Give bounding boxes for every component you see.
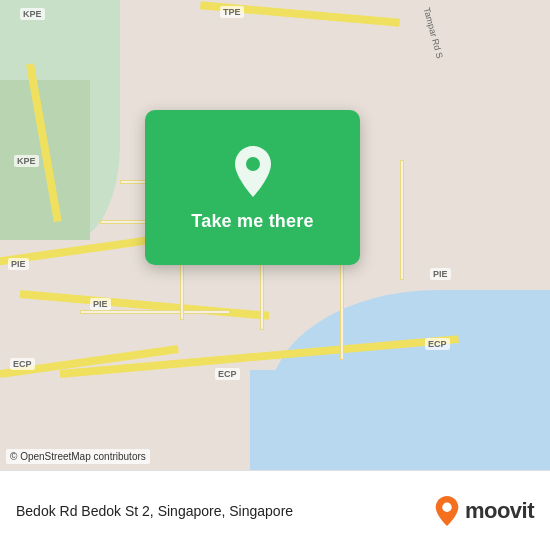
ecp-left-label: ECP [10,358,35,370]
sea-area-2 [250,370,450,470]
moovit-pin-icon [433,495,461,527]
location-text: Bedok Rd Bedok St 2, Singapore, Singapor… [16,503,433,519]
kpe-top-label: KPE [20,8,45,20]
take-me-card[interactable]: Take me there [145,110,360,265]
kpe-left-label: KPE [14,155,39,167]
take-me-label: Take me there [191,211,313,232]
local-road [80,310,230,314]
moovit-logo: moovit [433,495,534,527]
map-container[interactable]: KPE KPE PIE PIE PIE ECP ECP ECP TPE Tamp… [0,0,550,470]
app: KPE KPE PIE PIE PIE ECP ECP ECP TPE Tamp… [0,0,550,550]
tpe-label: TPE [220,6,244,18]
moovit-wordmark: moovit [465,498,534,524]
pie-right-label: PIE [430,268,451,280]
ecp-mid-label: ECP [215,368,240,380]
location-pin-icon [229,144,277,199]
bottom-bar: Bedok Rd Bedok St 2, Singapore, Singapor… [0,470,550,550]
pie-left-label: PIE [8,258,29,270]
local-road [400,160,404,280]
svg-point-0 [246,157,260,171]
osm-attribution: © OpenStreetMap contributors [6,449,150,464]
svg-point-1 [442,502,451,511]
ecp-right-label: ECP [425,338,450,350]
pie-mid-label: PIE [90,298,111,310]
